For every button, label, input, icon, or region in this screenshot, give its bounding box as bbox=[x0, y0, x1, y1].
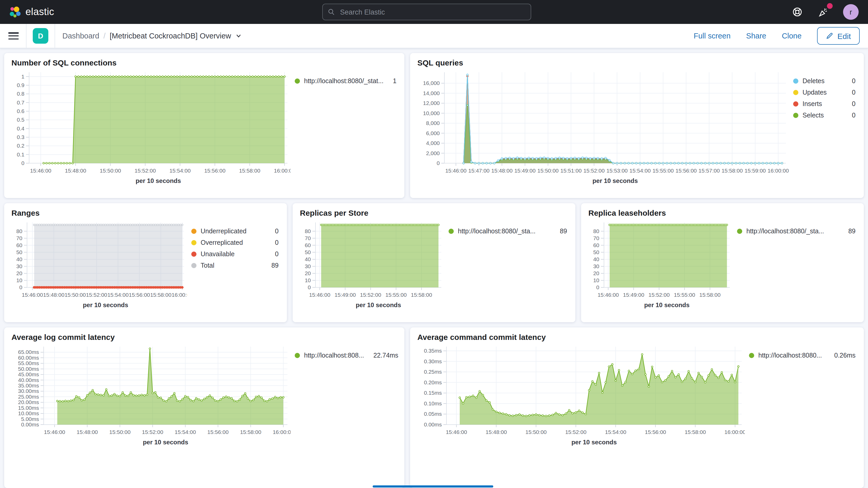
legend-label: Total bbox=[200, 262, 214, 269]
svg-text:20.00ms: 20.00ms bbox=[18, 399, 39, 405]
svg-text:per 10 seconds: per 10 seconds bbox=[143, 439, 188, 446]
breadcrumb-separator: / bbox=[103, 32, 105, 40]
legend-item[interactable]: http://localhost:8080/_sta...89 bbox=[448, 227, 567, 235]
share-button[interactable]: Share bbox=[746, 32, 766, 40]
ranges-chart[interactable]: 15:46:0015:48:0015:50:0015:52:0015:54:00… bbox=[11, 218, 187, 313]
svg-text:0: 0 bbox=[437, 160, 440, 166]
legend-item[interactable]: http://localhost:8080...0.26ms bbox=[749, 352, 856, 359]
svg-text:0.1: 0.1 bbox=[17, 152, 24, 157]
legend-value: 89 bbox=[266, 262, 279, 269]
legend-item[interactable]: Deletes0 bbox=[793, 78, 856, 85]
svg-text:30: 30 bbox=[305, 263, 311, 269]
legend-item[interactable]: Selects0 bbox=[793, 112, 856, 119]
legend-label: Overreplicated bbox=[200, 239, 243, 246]
horizontal-scrollbar-thumb[interactable] bbox=[373, 485, 493, 487]
legend-color-dot bbox=[191, 229, 196, 234]
log-commit-latency-chart[interactable]: 15:46:0015:48:0015:50:0015:52:0015:54:00… bbox=[11, 342, 290, 451]
svg-text:45.00ms: 45.00ms bbox=[18, 371, 39, 377]
legend-item[interactable]: http://localhost:8080/_stat...1 bbox=[295, 78, 396, 85]
svg-text:0.7: 0.7 bbox=[17, 99, 24, 105]
svg-text:15:54:00: 15:54:00 bbox=[605, 429, 626, 435]
svg-text:15:51:00: 15:51:00 bbox=[560, 167, 582, 174]
svg-text:50.00ms: 50.00ms bbox=[18, 366, 39, 372]
menu-icon[interactable] bbox=[8, 32, 19, 39]
legend-item[interactable]: Overreplicated0 bbox=[191, 239, 279, 246]
chart-legend: http://localhost:8080/_sta...89 bbox=[733, 218, 857, 313]
help-button[interactable] bbox=[791, 6, 804, 18]
svg-text:15:48:00: 15:48:00 bbox=[77, 429, 98, 435]
legend-item[interactable]: Total89 bbox=[191, 262, 279, 269]
legend-label: Updates bbox=[803, 89, 827, 96]
dashboard-toolbar: D Dashboard / [Metricbeat CockroachDB] O… bbox=[0, 24, 868, 48]
user-avatar[interactable]: r bbox=[843, 4, 859, 20]
svg-text:0: 0 bbox=[596, 284, 599, 290]
legend-label: Inserts bbox=[803, 100, 822, 108]
svg-text:60: 60 bbox=[305, 242, 311, 248]
svg-text:1: 1 bbox=[21, 73, 24, 80]
chart-legend: Deletes0Updates0Inserts0Selects0 bbox=[789, 68, 857, 189]
svg-text:0.00ms: 0.00ms bbox=[21, 422, 39, 427]
legend-item[interactable]: http://localhost:8080/_sta...89 bbox=[737, 227, 856, 235]
full-screen-button[interactable]: Full screen bbox=[693, 32, 731, 40]
command-commit-latency-chart[interactable]: 15:46:0015:48:0015:50:0015:52:0015:54:00… bbox=[417, 342, 745, 451]
whats-new-button[interactable] bbox=[817, 6, 830, 18]
legend-value: 0 bbox=[270, 227, 279, 235]
panel-title: Average command commit latency bbox=[417, 333, 857, 341]
svg-text:70: 70 bbox=[593, 235, 599, 241]
svg-text:2,000: 2,000 bbox=[426, 150, 440, 156]
svg-text:15:58:00: 15:58:00 bbox=[411, 292, 432, 298]
svg-text:0.30ms: 0.30ms bbox=[424, 358, 442, 364]
help-icon bbox=[792, 6, 803, 18]
brand-name: elastic bbox=[26, 6, 54, 18]
legend-item[interactable]: Unavailable0 bbox=[191, 250, 279, 258]
sql-queries-chart[interactable]: 15:46:0015:47:0015:48:0015:49:0015:50:00… bbox=[417, 68, 789, 189]
search-input[interactable] bbox=[339, 7, 525, 17]
edit-button[interactable]: Edit bbox=[817, 27, 860, 45]
divider bbox=[55, 24, 55, 48]
svg-text:70: 70 bbox=[17, 235, 22, 241]
svg-text:15:54:00: 15:54:00 bbox=[629, 167, 651, 174]
panel-replicas-per-store: Replicas per Store 15:46:0015:49:0015:52… bbox=[292, 203, 576, 322]
panel-number-of-sql-connections: Number of SQL connections 15:46:0015:48:… bbox=[4, 53, 404, 198]
legend-value: 0 bbox=[847, 112, 856, 119]
svg-text:15:55:00: 15:55:00 bbox=[653, 167, 674, 174]
svg-text:0.25ms: 0.25ms bbox=[424, 369, 442, 375]
svg-text:15:49:00: 15:49:00 bbox=[514, 167, 536, 174]
svg-text:16:00:00: 16:00:00 bbox=[274, 167, 290, 174]
legend-item[interactable]: http://localhost:808...22.74ms bbox=[295, 352, 396, 359]
chevron-down-icon[interactable] bbox=[235, 33, 241, 39]
chart-legend: http://localhost:8080...0.26ms bbox=[745, 342, 857, 451]
legend-value: 89 bbox=[843, 227, 856, 235]
svg-text:per 10 seconds: per 10 seconds bbox=[356, 301, 401, 308]
svg-text:30: 30 bbox=[593, 263, 599, 269]
dashboard-app-badge[interactable]: D bbox=[33, 28, 48, 44]
legend-color-dot bbox=[191, 240, 196, 245]
svg-text:0.15ms: 0.15ms bbox=[424, 390, 442, 396]
legend-item[interactable]: Inserts0 bbox=[793, 100, 856, 108]
svg-text:15:46:00: 15:46:00 bbox=[30, 167, 52, 174]
svg-text:0.9: 0.9 bbox=[17, 82, 24, 88]
legend-label: http://localhost:8080/_stat... bbox=[304, 78, 383, 85]
panel-title: Replicas per Store bbox=[300, 208, 568, 217]
legend-color-dot bbox=[793, 90, 798, 95]
clone-button[interactable]: Clone bbox=[782, 32, 802, 40]
replica-leaseholders-chart[interactable]: 15:46:0015:49:0015:52:0015:55:0015:58:00… bbox=[588, 218, 733, 313]
svg-text:0.2: 0.2 bbox=[17, 143, 24, 149]
breadcrumb-dashboard[interactable]: Dashboard bbox=[62, 32, 99, 40]
svg-text:15:56:00: 15:56:00 bbox=[645, 429, 666, 435]
svg-text:20: 20 bbox=[305, 270, 311, 276]
legend-label: Deletes bbox=[803, 78, 825, 85]
svg-text:6,000: 6,000 bbox=[426, 130, 440, 136]
edit-button-label: Edit bbox=[837, 31, 851, 40]
global-search[interactable] bbox=[322, 4, 531, 20]
svg-text:40: 40 bbox=[17, 256, 22, 262]
legend-item[interactable]: Updates0 bbox=[793, 89, 856, 96]
replicas-per-store-chart[interactable]: 15:46:0015:49:0015:52:0015:55:0015:58:00… bbox=[300, 218, 444, 313]
svg-text:80: 80 bbox=[17, 228, 22, 234]
legend-color-dot bbox=[793, 113, 798, 118]
sql-connections-chart[interactable]: 15:46:0015:48:0015:50:0015:52:0015:54:00… bbox=[11, 68, 290, 189]
legend-item[interactable]: Underreplicated0 bbox=[191, 227, 279, 235]
svg-text:15:46:00: 15:46:00 bbox=[597, 292, 619, 298]
elastic-logo[interactable]: elastic bbox=[0, 6, 63, 18]
svg-text:per 10 seconds: per 10 seconds bbox=[571, 439, 617, 446]
